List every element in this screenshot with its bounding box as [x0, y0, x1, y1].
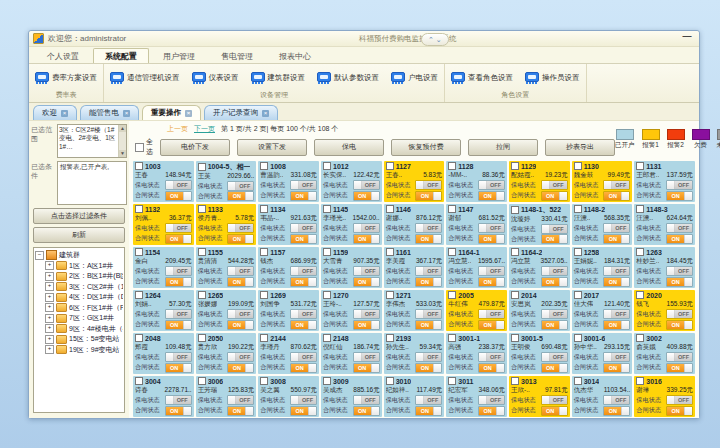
switch-closed-toggle[interactable]: ON: [290, 234, 317, 244]
switch-closed-toggle[interactable]: ON: [666, 277, 693, 287]
power-hold-toggle[interactable]: OFF: [227, 181, 254, 191]
switch-closed-toggle[interactable]: ON: [541, 320, 568, 330]
power-hold-toggle[interactable]: OFF: [290, 180, 317, 190]
card-checkbox[interactable]: [511, 334, 519, 342]
ribbon-tab[interactable]: 报表中心: [267, 48, 323, 63]
listbox-scrollbar[interactable]: ▲ ▼: [118, 125, 126, 157]
switch-closed-toggle[interactable]: ON: [227, 191, 254, 201]
switch-closed-toggle[interactable]: ON: [290, 277, 317, 287]
switch-closed-toggle[interactable]: ON: [165, 320, 192, 330]
expand-icon[interactable]: +: [45, 314, 54, 323]
card-checkbox[interactable]: [386, 248, 394, 256]
expand-icon[interactable]: +: [45, 303, 54, 312]
ribbon-collapse-control[interactable]: ⌃ ⌄: [421, 33, 449, 46]
switch-closed-toggle[interactable]: ON: [290, 320, 317, 330]
next-page-link[interactable]: 下一页: [194, 124, 215, 134]
switch-closed-toggle[interactable]: ON: [290, 191, 317, 201]
card-checkbox[interactable]: [135, 205, 143, 213]
power-hold-toggle[interactable]: OFF: [666, 309, 693, 319]
switch-closed-toggle[interactable]: ON: [353, 277, 380, 287]
switch-closed-toggle[interactable]: ON: [353, 406, 380, 416]
switch-closed-toggle[interactable]: ON: [666, 406, 693, 416]
ribbon-button[interactable]: 费率方案设置: [33, 71, 99, 85]
card-checkbox[interactable]: [135, 291, 143, 299]
switch-closed-toggle[interactable]: ON: [353, 363, 380, 373]
power-hold-toggle[interactable]: OFF: [165, 223, 192, 233]
tab-close-icon[interactable]: ×: [185, 110, 192, 117]
power-hold-toggle[interactable]: OFF: [541, 352, 568, 362]
card-checkbox[interactable]: [260, 334, 268, 342]
power-hold-toggle[interactable]: OFF: [603, 180, 630, 190]
scroll-up-icon[interactable]: ▲: [119, 125, 126, 132]
switch-closed-toggle[interactable]: ON: [603, 277, 630, 287]
card-checkbox[interactable]: [135, 377, 143, 385]
toolbar-button[interactable]: 设置下发: [237, 139, 307, 156]
ribbon-tab[interactable]: 个人设置: [35, 48, 91, 63]
switch-closed-toggle[interactable]: ON: [541, 277, 568, 287]
document-tab[interactable]: 欢迎 ×: [33, 105, 77, 120]
power-hold-toggle[interactable]: OFF: [603, 352, 630, 362]
card-checkbox[interactable]: [448, 377, 456, 385]
ribbon-button[interactable]: 户电设置: [389, 71, 440, 85]
card-checkbox[interactable]: [386, 291, 394, 299]
power-hold-toggle[interactable]: OFF: [541, 309, 568, 319]
power-hold-toggle[interactable]: OFF: [666, 395, 693, 405]
power-hold-toggle[interactable]: OFF: [415, 180, 442, 190]
card-checkbox[interactable]: [323, 291, 331, 299]
switch-closed-toggle[interactable]: ON: [415, 363, 442, 373]
switch-closed-toggle[interactable]: ON: [541, 234, 568, 244]
power-hold-toggle[interactable]: OFF: [666, 352, 693, 362]
switch-closed-toggle[interactable]: ON: [227, 320, 254, 330]
switch-closed-toggle[interactable]: ON: [165, 191, 192, 201]
card-checkbox[interactable]: [198, 377, 206, 385]
selected-range-listbox[interactable]: 3区：C区2#楼（1#变电、2#变电、1区1#… ▲ ▼: [57, 124, 127, 158]
card-checkbox[interactable]: [636, 205, 644, 213]
card-checkbox[interactable]: [574, 162, 582, 170]
expand-icon[interactable]: +: [45, 293, 54, 302]
card-checkbox[interactable]: [448, 162, 456, 170]
power-hold-toggle[interactable]: OFF: [290, 223, 317, 233]
power-hold-toggle[interactable]: OFF: [353, 352, 380, 362]
selected-condition-box[interactable]: 报警表,已开户表,: [57, 161, 127, 205]
card-checkbox[interactable]: [198, 163, 206, 171]
collapse-icon[interactable]: −: [35, 251, 44, 260]
ribbon-button[interactable]: 建筑群设置: [249, 71, 308, 85]
card-checkbox[interactable]: [448, 205, 456, 213]
expand-icon[interactable]: +: [45, 261, 54, 270]
tree-node[interactable]: + 2区：B区1#井(B区1#…: [35, 271, 123, 282]
refresh-button[interactable]: 刷新: [33, 227, 125, 243]
power-hold-toggle[interactable]: OFF: [541, 266, 568, 276]
document-tab[interactable]: 重要操作 ×: [142, 105, 201, 120]
card-checkbox[interactable]: [135, 162, 143, 170]
switch-closed-toggle[interactable]: ON: [478, 406, 505, 416]
power-hold-toggle[interactable]: OFF: [603, 223, 630, 233]
ribbon-button[interactable]: 查看角色设置: [449, 71, 515, 85]
switch-closed-toggle[interactable]: ON: [353, 191, 380, 201]
tree-node[interactable]: + 4区：D区1#井（D区1…: [35, 292, 123, 303]
card-checkbox[interactable]: [198, 334, 206, 342]
tree-node[interactable]: + 3区：C区2#井（1#变…: [35, 282, 123, 293]
power-hold-toggle[interactable]: OFF: [165, 395, 192, 405]
toolbar-button[interactable]: 保电: [314, 139, 384, 156]
card-checkbox[interactable]: [323, 162, 331, 170]
select-all[interactable]: 全选: [135, 137, 153, 157]
switch-closed-toggle[interactable]: ON: [415, 191, 442, 201]
power-hold-toggle[interactable]: OFF: [541, 224, 568, 234]
toolbar-button[interactable]: 抄表导出: [545, 139, 615, 156]
card-checkbox[interactable]: [260, 205, 268, 213]
document-tab[interactable]: 开户记录查询 ×: [204, 105, 278, 120]
switch-closed-toggle[interactable]: ON: [415, 234, 442, 244]
power-hold-toggle[interactable]: OFF: [603, 266, 630, 276]
ribbon-button[interactable]: 操作员设置: [523, 71, 582, 85]
power-hold-toggle[interactable]: OFF: [353, 309, 380, 319]
card-checkbox[interactable]: [636, 334, 644, 342]
card-checkbox[interactable]: [511, 162, 519, 170]
card-checkbox[interactable]: [574, 377, 582, 385]
switch-closed-toggle[interactable]: ON: [478, 277, 505, 287]
power-hold-toggle[interactable]: OFF: [415, 395, 442, 405]
switch-closed-toggle[interactable]: ON: [165, 406, 192, 416]
power-hold-toggle[interactable]: OFF: [478, 266, 505, 276]
switch-closed-toggle[interactable]: ON: [603, 191, 630, 201]
tab-close-icon[interactable]: ×: [61, 110, 68, 117]
toolbar-button[interactable]: 电价下发: [160, 139, 230, 156]
